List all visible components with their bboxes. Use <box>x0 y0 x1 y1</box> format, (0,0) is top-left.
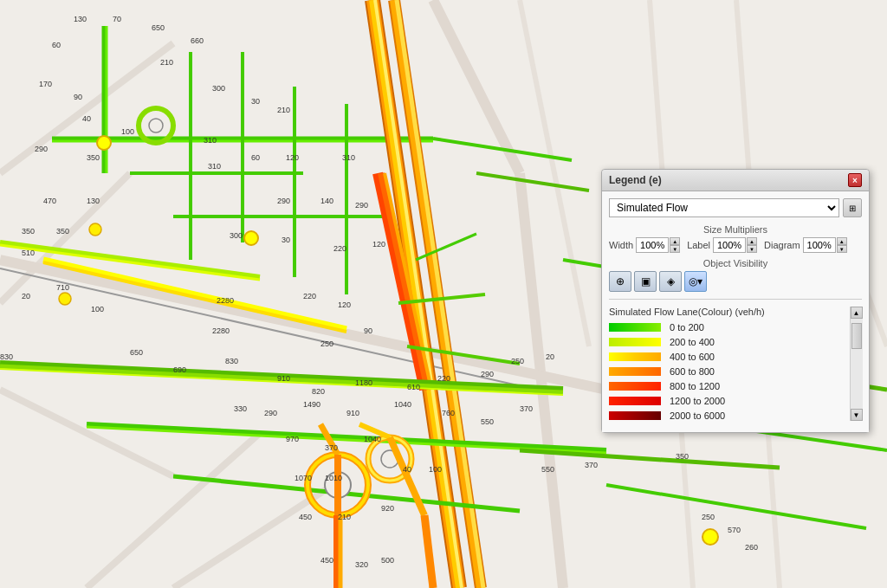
svg-text:290: 290 <box>355 201 368 210</box>
svg-text:90: 90 <box>74 93 82 101</box>
svg-text:920: 920 <box>381 504 394 513</box>
svg-text:710: 710 <box>56 283 69 292</box>
svg-text:100: 100 <box>91 305 104 313</box>
svg-text:100: 100 <box>121 127 134 136</box>
vis-add-button[interactable]: ⊕ <box>609 271 631 292</box>
svg-text:120: 120 <box>372 240 385 249</box>
object-visibility-row: ⊕ ▣ ◈ ◎▾ <box>609 271 862 292</box>
svg-text:1010: 1010 <box>325 474 342 482</box>
svg-rect-155 <box>609 338 661 346</box>
legend-close-button[interactable]: × <box>848 173 862 187</box>
width-spinner[interactable]: ▲ ▼ <box>670 237 680 253</box>
label-label: Label <box>687 240 710 250</box>
legend-label-200-400: 200 to 400 <box>670 337 715 347</box>
legend-content: Simulated Flow Lane(Colour) (veh/h) 0 to… <box>609 307 862 421</box>
label-input[interactable] <box>713 237 746 253</box>
width-up-btn[interactable]: ▲ <box>670 237 680 245</box>
svg-text:120: 120 <box>338 300 351 309</box>
scroll-down-button[interactable]: ▼ <box>851 409 863 421</box>
svg-text:970: 970 <box>286 435 299 443</box>
svg-text:290: 290 <box>264 409 277 417</box>
svg-text:60: 60 <box>52 41 61 49</box>
svg-text:40: 40 <box>403 465 411 474</box>
size-multipliers-row: Width ▲ ▼ Label ▲ ▼ Diagram ▲ ▼ <box>609 237 862 253</box>
diagram-input[interactable] <box>803 237 836 253</box>
legend-color-bar-1200-2000 <box>609 397 661 405</box>
legend-item-400-600: 400 to 600 <box>609 352 850 362</box>
vis-shape-button[interactable]: ◈ <box>659 271 682 292</box>
svg-text:300: 300 <box>230 231 243 240</box>
circle-dropdown-icon: ◎▾ <box>689 275 702 288</box>
legend-dropdown[interactable]: Simulated Flow Queue Length Density Spee… <box>609 198 839 217</box>
svg-text:290: 290 <box>35 145 48 153</box>
width-down-btn[interactable]: ▼ <box>670 245 680 253</box>
label-up-btn[interactable]: ▲ <box>747 237 757 245</box>
svg-text:130: 130 <box>74 15 87 23</box>
legend-settings-button[interactable]: ⊞ <box>843 198 862 217</box>
svg-text:500: 500 <box>381 556 394 565</box>
svg-text:320: 320 <box>355 560 368 569</box>
width-label: Width <box>609 240 633 250</box>
legend-divider <box>609 299 862 300</box>
label-spinner[interactable]: ▲ ▼ <box>747 237 757 253</box>
diagram-spinner[interactable]: ▲ ▼ <box>837 237 847 253</box>
svg-text:660: 660 <box>191 36 204 45</box>
diagram-up-btn[interactable]: ▲ <box>837 237 847 245</box>
svg-text:20: 20 <box>546 352 554 361</box>
scroll-up-button[interactable]: ▲ <box>851 307 863 319</box>
svg-text:120: 120 <box>286 153 299 162</box>
legend-color-bar-600-800 <box>609 367 661 376</box>
grid-icon: ⊞ <box>849 204 856 213</box>
svg-text:910: 910 <box>346 409 359 417</box>
scroll-thumb[interactable] <box>851 323 862 349</box>
svg-text:2280: 2280 <box>212 326 230 335</box>
diagram-label: Diagram <box>764 240 800 250</box>
svg-text:220: 220 <box>333 244 346 253</box>
legend-scrollbar[interactable]: ▲ ▼ <box>850 307 862 421</box>
svg-text:130: 130 <box>87 197 100 205</box>
vis-box-button[interactable]: ▣ <box>634 271 657 292</box>
legend-color-bar-2000-6000 <box>609 411 661 420</box>
svg-text:310: 310 <box>342 153 355 162</box>
diagram-down-btn[interactable]: ▼ <box>837 245 847 253</box>
svg-text:760: 760 <box>442 409 455 417</box>
vis-circle-dropdown-button[interactable]: ◎▾ <box>684 271 707 292</box>
svg-text:250: 250 <box>702 513 715 521</box>
svg-text:140: 140 <box>320 197 333 205</box>
svg-text:60: 60 <box>251 153 260 162</box>
legend-title: Legend (e) <box>609 174 662 186</box>
legend-color-bar-0-200 <box>609 323 661 332</box>
svg-text:370: 370 <box>520 404 533 413</box>
svg-text:30: 30 <box>282 236 290 244</box>
svg-text:350: 350 <box>56 227 69 236</box>
svg-point-60 <box>59 293 71 305</box>
legend-body: Simulated Flow Queue Length Density Spee… <box>602 191 869 432</box>
svg-text:30: 30 <box>251 97 260 106</box>
legend-color-bar-400-600 <box>609 352 661 361</box>
width-input[interactable] <box>636 237 669 253</box>
svg-text:300: 300 <box>212 84 225 93</box>
svg-text:290: 290 <box>277 197 290 205</box>
legend-item-600-800: 600 to 800 <box>609 366 850 377</box>
svg-text:350: 350 <box>676 452 689 461</box>
svg-text:290: 290 <box>481 370 494 378</box>
scroll-track[interactable] <box>851 319 863 409</box>
svg-rect-158 <box>609 382 661 391</box>
svg-text:510: 510 <box>22 249 35 257</box>
svg-text:450: 450 <box>299 513 312 521</box>
legend-dropdown-row: Simulated Flow Queue Length Density Spee… <box>609 198 862 217</box>
svg-text:450: 450 <box>320 556 333 565</box>
svg-text:20: 20 <box>22 292 30 300</box>
svg-text:650: 650 <box>152 23 165 32</box>
label-down-btn[interactable]: ▼ <box>747 245 757 253</box>
svg-text:1040: 1040 <box>364 435 381 443</box>
svg-text:250: 250 <box>320 339 333 348</box>
svg-text:350: 350 <box>22 227 35 236</box>
svg-point-59 <box>89 223 101 236</box>
legend-item-0-200: 0 to 200 <box>609 322 850 333</box>
svg-text:690: 690 <box>173 365 186 374</box>
svg-text:220: 220 <box>303 292 316 300</box>
svg-text:310: 310 <box>208 162 221 171</box>
svg-text:2280: 2280 <box>217 296 234 305</box>
box-icon: ▣ <box>641 275 651 288</box>
